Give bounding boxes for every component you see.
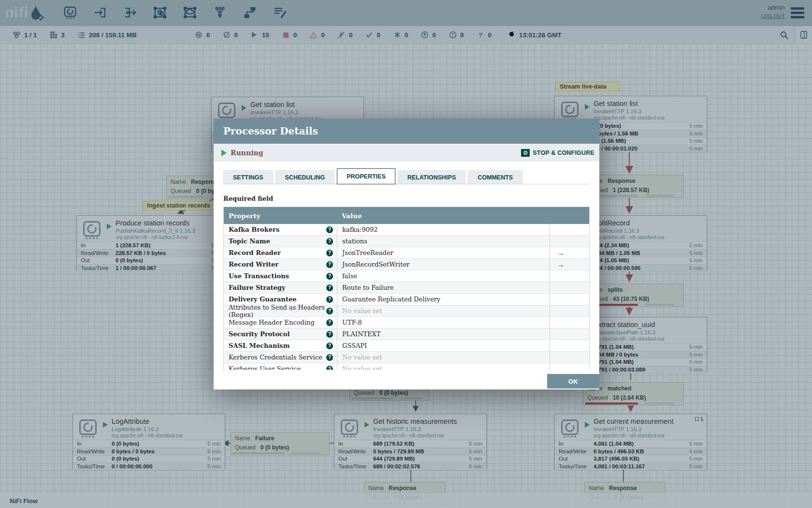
property-value: No value set: [337, 305, 550, 316]
property-row: Topic Name?stations: [224, 236, 589, 247]
property-name: Record Writer?: [224, 259, 337, 270]
property-value: stations: [337, 236, 550, 247]
property-row: Record Reader?JsonTreeReader→: [224, 247, 589, 259]
property-row: Attributes to Send as Headers (Regex)?No…: [224, 305, 589, 317]
property-row: Record Writer?JsonRecordSetWriter→: [224, 259, 589, 270]
dialog-title: Processor Details: [223, 125, 318, 137]
goto-service-icon[interactable]: →: [557, 260, 564, 269]
tab-comments[interactable]: COMMENTS: [468, 170, 522, 184]
help-icon[interactable]: ?: [326, 261, 333, 268]
tab-settings[interactable]: SETTINGS: [223, 170, 273, 184]
running-icon: [221, 149, 227, 156]
goto-cell: [550, 305, 589, 316]
help-icon[interactable]: ?: [326, 226, 333, 233]
property-row: SASL Mechanism?GSSAPI: [224, 340, 589, 352]
tab-scheduling[interactable]: SCHEDULING: [276, 170, 335, 184]
property-row: Failure Strategy?Route to Failure: [224, 282, 589, 294]
goto-cell: [550, 363, 589, 370]
property-row: Kerberos User Service?No value set: [224, 363, 589, 370]
property-name: Failure Strategy?: [224, 282, 337, 293]
property-value: kafka:9092: [337, 224, 550, 235]
property-name: Message Header Encoding?: [224, 317, 337, 328]
property-value: GSSAPI: [337, 340, 550, 351]
property-value: PLAINTEXT: [337, 329, 550, 340]
goto-cell: [550, 270, 589, 282]
property-value: No value set: [337, 363, 550, 370]
processor-details-dialog: Processor Details Running ⚙ STOP & CONFI…: [214, 119, 599, 389]
goto-cell: →: [550, 259, 589, 270]
property-value: UTF-8: [337, 317, 550, 328]
goto-cell: [550, 282, 589, 293]
stop-and-configure-button[interactable]: ⚙ STOP & CONFIGURE: [521, 149, 594, 157]
help-icon[interactable]: ?: [326, 343, 333, 349]
goto-cell: →: [550, 247, 589, 258]
help-icon[interactable]: ?: [326, 238, 333, 245]
goto-cell: [550, 236, 589, 247]
column-value: Value: [337, 212, 362, 220]
dialog-tabs: SETTINGSSCHEDULINGPROPERTIESRELATIONSHIP…: [223, 170, 590, 184]
properties-table-header: Property Value: [224, 207, 589, 224]
property-row: Security Protocol?PLAINTEXT: [224, 329, 589, 340]
help-icon[interactable]: ?: [326, 296, 333, 303]
tab-properties[interactable]: PROPERTIES: [337, 168, 395, 184]
property-row: Use Transactions?false: [224, 270, 589, 282]
help-icon[interactable]: ?: [326, 273, 333, 280]
help-icon[interactable]: ?: [326, 250, 333, 256]
goto-cell: [550, 352, 589, 363]
property-value: Route to Failure: [337, 282, 550, 293]
help-icon[interactable]: ?: [326, 331, 333, 338]
property-value: false: [337, 270, 550, 282]
goto-cell: [550, 294, 589, 305]
goto-cell: [550, 224, 589, 235]
property-row: Kerberos Credentials Service?No value se…: [224, 352, 589, 363]
dialog-header: Processor Details: [214, 119, 599, 144]
help-icon[interactable]: ?: [326, 284, 333, 291]
property-name: Record Reader?: [224, 247, 337, 258]
property-row: Kafka Brokers?kafka:9092: [224, 224, 589, 236]
property-name: Kerberos Credentials Service?: [224, 352, 337, 363]
required-field-note: Required field: [223, 195, 590, 202]
help-icon[interactable]: ?: [326, 354, 333, 361]
property-value: JsonRecordSetWriter: [337, 259, 550, 270]
property-value: JsonTreeReader: [337, 247, 550, 258]
property-name: Attributes to Send as Headers (Regex)?: [224, 305, 337, 316]
run-status-text: Running: [231, 149, 263, 157]
property-name: Security Protocol?: [224, 329, 337, 340]
goto-service-icon[interactable]: →: [557, 249, 564, 257]
properties-table: Property Value Kafka Brokers?kafka:9092T…: [223, 207, 590, 370]
property-name: Kafka Brokers?: [224, 224, 337, 235]
help-icon[interactable]: ?: [326, 308, 333, 314]
property-name: Kerberos User Service?: [224, 363, 337, 370]
goto-cell: [550, 340, 589, 351]
help-icon[interactable]: ?: [326, 319, 333, 326]
tab-relationships[interactable]: RELATIONSHIPS: [398, 170, 465, 184]
help-icon[interactable]: ?: [326, 366, 333, 370]
property-name: Use Transactions?: [224, 270, 337, 282]
property-value: Guarantee Replicated Delivery: [337, 294, 550, 305]
goto-cell: [550, 317, 589, 328]
column-property: Property: [224, 212, 337, 220]
ok-button[interactable]: OK: [547, 374, 599, 388]
property-name: SASL Mechanism?: [224, 340, 337, 351]
goto-cell: [550, 329, 589, 340]
dialog-status-row: Running ⚙ STOP & CONFIGURE: [214, 144, 599, 162]
property-name: Topic Name?: [224, 236, 337, 247]
property-value: No value set: [337, 352, 550, 363]
gear-icon: ⚙: [521, 149, 530, 157]
property-row: Message Header Encoding?UTF-8: [224, 317, 589, 329]
